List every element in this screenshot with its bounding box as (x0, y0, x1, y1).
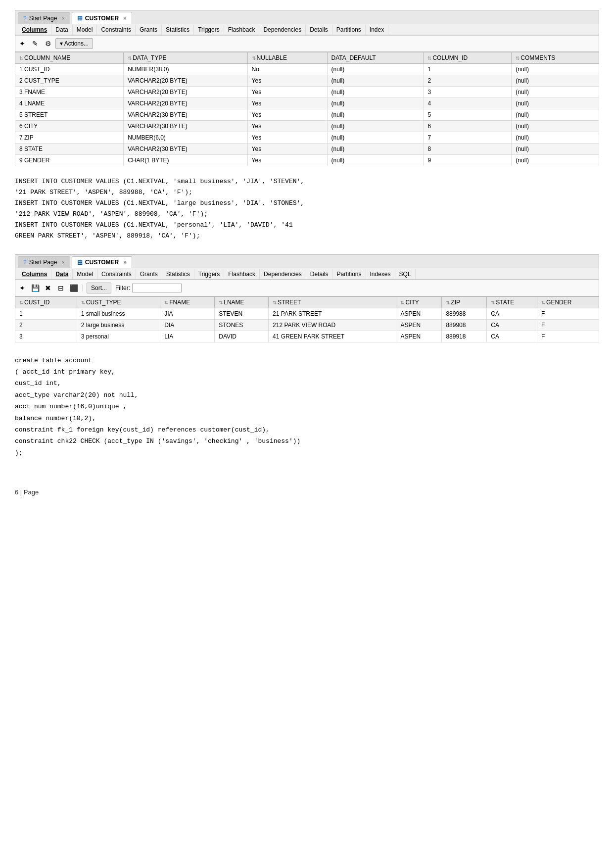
table-cell: Yes (247, 109, 327, 121)
data-table-row: 11 small businessJIASTEVEN21 PARK STREET… (15, 308, 599, 319)
table-cell: (null) (327, 87, 424, 98)
add-row-btn[interactable]: ✦ (17, 283, 28, 293)
code-line: cust_id int, (15, 378, 599, 389)
nav2-model[interactable]: Model (73, 269, 97, 279)
add-btn-1[interactable]: ✦ (17, 38, 28, 49)
table-cell: Yes (247, 132, 327, 144)
help-icon-1: ? (23, 15, 27, 22)
start-page-tab-1[interactable]: ? Start Page × (18, 12, 70, 24)
table-cell: VARCHAR2(30 BYTE) (124, 109, 247, 121)
nav-statistics-1[interactable]: Statistics (162, 25, 194, 35)
col-header-comments: ⇅COMMENTS (512, 52, 599, 64)
nav-model-1[interactable]: Model (73, 25, 97, 35)
data-table-cell: CA (487, 308, 537, 319)
nav2-data[interactable]: Data (51, 269, 73, 279)
nav-constraints-1[interactable]: Constraints (97, 25, 136, 35)
separator-1 (83, 285, 83, 291)
nav2-indexes[interactable]: Indexes (366, 269, 395, 279)
nav-index-1[interactable]: Index (366, 25, 388, 35)
nav2-details[interactable]: Details (306, 269, 333, 279)
close-icon-1[interactable]: × (61, 15, 64, 21)
customer-label-2: CUSTOMER (85, 259, 119, 266)
table-cell: (null) (512, 64, 599, 75)
panel-2: ? Start Page × ⊞ CUSTOMER × Columns Data… (15, 254, 599, 342)
customer-label-1: CUSTOMER (85, 15, 119, 22)
actions-btn-1[interactable]: ▾ Actions... (55, 38, 93, 49)
table-cell: 4 (424, 98, 512, 109)
nav-data-1[interactable]: Data (51, 25, 72, 35)
data-table-cell: ASPEN (396, 308, 442, 319)
data-table-cell: 889988 (442, 308, 487, 319)
data-table-cell: 41 GREEN PARK STREET (269, 331, 396, 342)
start-page-label-2: Start Page (29, 259, 57, 266)
nav2-constraints[interactable]: Constraints (97, 269, 136, 279)
toolbar-2: ✦ 💾 ✖ ⊟ ⬛ Sort... Filter: (15, 280, 599, 296)
nav-details-1[interactable]: Details (306, 25, 332, 35)
table-cell: (null) (327, 121, 424, 132)
table-cell: VARCHAR2(20 BYTE) (124, 75, 247, 87)
data-table-cell: 212 PARK VIEW ROAD (269, 319, 396, 331)
data-table-cell: CA (487, 319, 537, 331)
close-customer-1[interactable]: × (123, 15, 126, 21)
table-cell: 6 (424, 121, 512, 132)
save-btn[interactable]: 💾 (30, 283, 41, 293)
nav2-columns[interactable]: Columns (18, 269, 51, 279)
data-table-cell: DAVID (215, 331, 269, 342)
data-table-cell: F (537, 331, 599, 342)
nav2-dependencies[interactable]: Dependencies (260, 269, 306, 279)
table-cell: 8 (424, 144, 512, 155)
sql-line: GREEN PARK STREET', 'ASPEN', 889918, 'CA… (15, 231, 599, 241)
nav-partitions-1[interactable]: Partitions (332, 25, 366, 35)
nav-triggers-1[interactable]: Triggers (194, 25, 224, 35)
delete-btn[interactable]: ✖ (43, 283, 53, 293)
data-table-cell: 3 personal (77, 331, 160, 342)
nav-flashback-1[interactable]: Flashback (224, 25, 260, 35)
table-row: 1 CUST_IDNUMBER(38,0)No(null)1(null) (15, 64, 599, 75)
close-icon-2[interactable]: × (61, 259, 64, 265)
nav2-flashback[interactable]: Flashback (224, 269, 260, 279)
page-number-value: 6 (15, 488, 18, 496)
start-page-tab-2[interactable]: ? Start Page × (18, 256, 70, 268)
nav2-sql[interactable]: SQL (395, 269, 416, 279)
data-table-cell: 3 (15, 331, 77, 342)
code-line: ); (15, 447, 599, 459)
start-page-label-1: Start Page (29, 15, 57, 22)
table-row: 9 GENDERCHAR(1 BYTE)Yes(null)9(null) (15, 155, 599, 166)
table-cell: (null) (512, 121, 599, 132)
nav2-partitions[interactable]: Partitions (332, 269, 366, 279)
code-line: acct_type varchar2(20) not null, (15, 389, 599, 401)
nav-dependencies-1[interactable]: Dependencies (259, 25, 306, 35)
page-label: Page (24, 488, 39, 496)
table-cell: 7 (424, 132, 512, 144)
nav-columns-1[interactable]: Columns (18, 25, 51, 35)
data-table-row: 33 personalLIADAVID41 GREEN PARK STREETA… (15, 331, 599, 342)
refresh-btn-2[interactable]: ⊟ (55, 283, 66, 293)
close-customer-2[interactable]: × (123, 259, 126, 265)
nav2-grants[interactable]: Grants (136, 269, 162, 279)
sql-block-1: INSERT INTO CUSTOMER VALUES (C1.NEXTVAL,… (15, 176, 599, 242)
nav-grants-1[interactable]: Grants (136, 25, 162, 35)
table-cell: 9 GENDER (15, 155, 124, 166)
sql-line: '21 PARK STREET', 'ASPEN', 889988, 'CA',… (15, 187, 599, 198)
nav2-statistics[interactable]: Statistics (162, 269, 194, 279)
code-block-1: create table account( acct_id int primar… (15, 355, 599, 459)
refresh-btn-1[interactable]: ⚙ (43, 38, 53, 49)
data-table-cell: STEVEN (215, 308, 269, 319)
table-cell: Yes (247, 75, 327, 87)
nav2-triggers[interactable]: Triggers (194, 269, 225, 279)
data-table-cell: 21 PARK STREET (269, 308, 396, 319)
sort-btn[interactable]: Sort... (87, 283, 111, 293)
freeze-btn[interactable]: ⬛ (68, 283, 79, 293)
customer-tab-2[interactable]: ⊞ CUSTOMER × (72, 256, 132, 268)
data-table-cell: 889918 (442, 331, 487, 342)
table-cell: (null) (327, 64, 424, 75)
edit-btn-1[interactable]: ✎ (30, 38, 41, 49)
sql-line: INSERT INTO CUSTOMER VALUES (C1.NEXTVAL,… (15, 198, 599, 209)
table-row: 4 LNAMEVARCHAR2(20 BYTE)Yes(null)4(null) (15, 98, 599, 109)
filter-input[interactable] (132, 284, 182, 292)
tab-bar-2: ? Start Page × ⊞ CUSTOMER × (15, 254, 599, 268)
col-header-data-default: DATA_DEFAULT (327, 52, 424, 64)
table-cell: (null) (327, 155, 424, 166)
customer-tab-1[interactable]: ⊞ CUSTOMER × (72, 12, 132, 24)
page-footer: 6 | Page (15, 488, 599, 496)
